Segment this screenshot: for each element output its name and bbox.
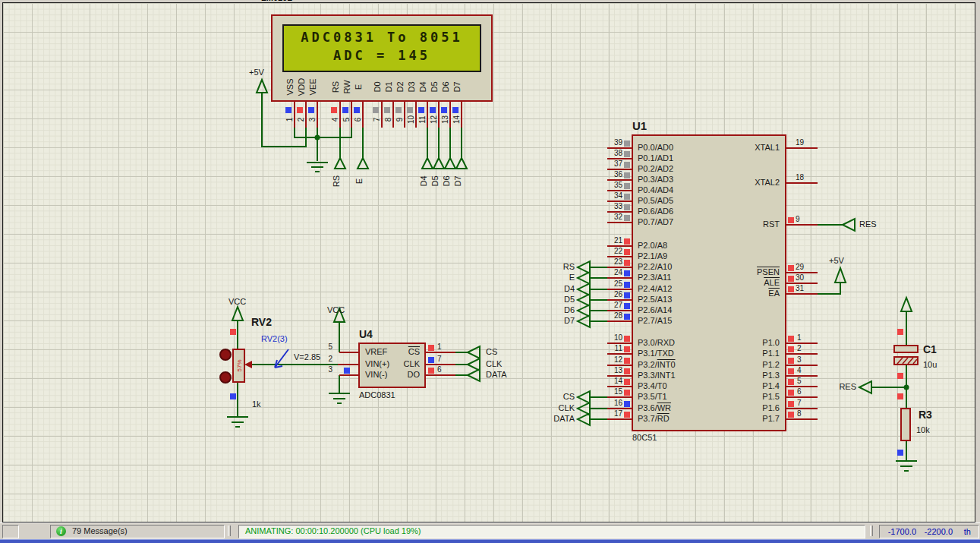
pin-name: P1.0	[717, 338, 780, 348]
terminal-label-d7[interactable]: D7	[453, 172, 463, 191]
pin-name: P3.4/T0	[638, 381, 667, 391]
pin-name: P3.7/RD	[638, 414, 670, 424]
pin-number: 30	[796, 273, 804, 282]
adc-ref: U4	[359, 329, 373, 340]
pin-name: DO	[382, 370, 420, 380]
terminal-label-d4[interactable]: D4	[541, 284, 575, 294]
pin-number: 3	[322, 365, 332, 374]
pin-name: P0.6/AD6	[638, 207, 673, 216]
terminal-label-d5[interactable]: D5	[541, 295, 575, 305]
pin-number: 28	[600, 311, 622, 320]
message-count: 79 Message(s)	[72, 526, 128, 537]
pin-name: PSEN	[717, 267, 780, 277]
pin-name: P0.5/AD5	[638, 196, 673, 206]
lcd-pin-number: 1	[285, 114, 294, 126]
lcd-pin-number: 2	[297, 114, 305, 126]
pin-number: 35	[600, 181, 622, 189]
pin-name: P0.7/AD7	[638, 217, 673, 227]
pot-ref: RV2	[251, 317, 272, 328]
cap-value: 10u	[923, 360, 937, 370]
pin-name: P2.5/A13	[638, 295, 672, 305]
terminal-label-res[interactable]: RES	[859, 219, 877, 229]
pin-name: P3.2/INT0	[638, 360, 676, 370]
pin-name: P0.1/AD1	[638, 153, 673, 163]
lcd-pin-number: 6	[354, 114, 362, 126]
cap-ref: C1	[923, 344, 937, 355]
pin-number: 14	[600, 377, 622, 385]
lcd-pin-name: RW	[342, 74, 352, 100]
terminal-label-e[interactable]: E	[355, 172, 364, 191]
pin-name: P3.6/WR	[638, 403, 671, 413]
pin-name: P2.6/A14	[638, 305, 672, 315]
pin-name: CS	[382, 347, 420, 357]
res-value: 10k	[916, 425, 930, 435]
pin-number: 7	[437, 355, 442, 363]
pin-number: 29	[796, 263, 804, 271]
terminal-label-res[interactable]: RES	[830, 382, 856, 392]
lcd-pin-name: VSS	[285, 74, 295, 100]
pin-number: 39	[600, 138, 622, 147]
pot-value: 1k	[252, 399, 261, 409]
terminal-label-d6[interactable]: D6	[541, 305, 575, 315]
pin-number: 2	[797, 344, 802, 352]
pin-name: P3.3/INT1	[638, 371, 676, 380]
pin-number: 6	[437, 365, 442, 374]
pin-name: P1.7	[717, 414, 780, 424]
statusbar-gripper	[870, 526, 873, 536]
terminal-label-cs[interactable]: CS	[541, 392, 575, 402]
pin-number: 1	[437, 343, 442, 351]
pin-name: P0.4/AD4	[638, 185, 673, 195]
pin-name: P1.6	[717, 403, 780, 413]
pot-percent: 57%	[235, 355, 244, 377]
status-panel-messages[interactable]: i 79 Message(s)	[50, 525, 225, 538]
terminal-label-data[interactable]: DATA	[486, 370, 507, 380]
lcd-line-1: ADC0831 To 8051	[283, 30, 481, 45]
pin-name: P1.5	[717, 392, 780, 402]
terminal-label-d4[interactable]: D4	[419, 172, 429, 191]
lcd-pin-name: D4	[418, 74, 428, 100]
pin-name: P2.1/A9	[638, 251, 667, 261]
terminal-label-d7[interactable]: D7	[541, 316, 575, 326]
terminal-label-clk[interactable]: CLK	[541, 403, 575, 413]
lcd-pin-name: D1	[384, 74, 394, 100]
terminal-label-clk[interactable]: CLK	[486, 359, 502, 369]
lcd-pin-name: D5	[430, 74, 440, 100]
lcd-pin-number: 7	[373, 114, 381, 126]
pin-number: 23	[600, 257, 622, 266]
lcd-pin-number: 13	[441, 114, 449, 126]
mcu-ref: U1	[632, 120, 647, 132]
power-net-label: +5V	[829, 256, 844, 266]
pin-name: P3.5/T1	[638, 392, 667, 402]
terminal-label-rs[interactable]: RS	[541, 262, 575, 272]
power-net-label: +5V	[249, 68, 264, 77]
terminal-label-e[interactable]: E	[541, 273, 575, 283]
lcd-pin-number: 3	[308, 114, 317, 126]
pin-number: 32	[600, 213, 622, 221]
pin-number: 22	[600, 247, 622, 255]
pin-number: 7	[797, 399, 802, 407]
terminal-label-rs[interactable]: RS	[332, 172, 342, 191]
pin-name: P1.1	[717, 349, 780, 358]
lcd-pin-number: 14	[452, 114, 461, 126]
pin-number: 1	[797, 333, 802, 342]
pin-number: 21	[600, 236, 622, 245]
res-ref: R3	[919, 409, 932, 421]
pin-name: EA	[717, 289, 780, 298]
terminal-label-d5[interactable]: D5	[430, 172, 440, 191]
pin-number: 5	[322, 343, 332, 351]
proteus-window: { "colors":{"wire":"#0b610b","component"…	[0, 0, 980, 543]
power-net-label: VCC	[228, 297, 246, 307]
terminal-label-d6[interactable]: D6	[442, 172, 452, 191]
lcd-pin-name: VDD	[297, 74, 307, 100]
lcd-pin-number: 5	[342, 114, 351, 126]
background-window-strip	[0, 539, 980, 543]
statusbar-gripper	[228, 526, 231, 536]
terminal-label-cs[interactable]: CS	[486, 347, 497, 357]
pin-name: P2.2/A10	[638, 262, 672, 272]
pin-number: 17	[600, 409, 622, 418]
pin-name: P1.4	[717, 381, 780, 391]
mcu-part: 80C51	[632, 433, 657, 443]
terminal-label-data[interactable]: DATA	[541, 414, 575, 424]
pin-number: 5	[797, 377, 802, 385]
pin-number: 16	[600, 399, 622, 407]
